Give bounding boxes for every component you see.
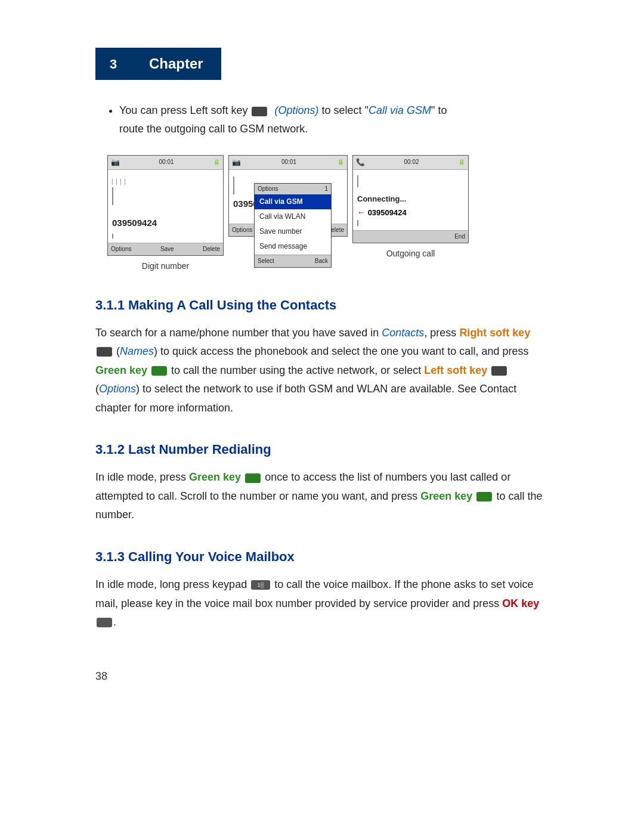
screen3-battery: 🔋	[458, 157, 465, 167]
intro-bullet-item: You can press Left soft key (Options) to…	[119, 101, 549, 138]
screen1-key-options: Options	[111, 244, 131, 254]
screen3-time: 00:02	[404, 157, 419, 167]
green-key-label-2: Green key	[189, 471, 241, 483]
screen1-key-delete: Delete	[203, 244, 220, 254]
screen1-status: 📷 00:01 🔋	[108, 156, 223, 170]
screen1: 📷 00:01 🔋 ▏▏▏▏ 039509424 Options Save De	[107, 155, 224, 256]
section-312-heading: 3.1.2 Last Number Redialing	[95, 439, 549, 460]
ok-key-icon	[97, 618, 112, 627]
para1-options-paren: (Options)	[95, 383, 143, 395]
screen1-wrapper: 📷 00:01 🔋 ▏▏▏▏ 039509424 Options Save De	[107, 155, 224, 273]
screen3-number: ← 039509424	[357, 206, 464, 219]
screen1-softkeys: Options Save Delete	[108, 243, 223, 255]
arrow-icon: ←	[357, 208, 366, 217]
screen2-wrapper: 📷 00:01 🔋 039509424 Options 1	[228, 155, 348, 254]
right-soft-key-label: Right soft key	[459, 327, 530, 339]
green-key-icon-3	[476, 492, 492, 501]
ok-key-label: OK key	[502, 597, 539, 609]
green-key-icon-2	[245, 473, 261, 483]
intro-section: You can press Left soft key (Options) to…	[107, 101, 549, 138]
para1-cont: to quick access the phonebook and select…	[160, 345, 528, 357]
phone-screens-row: 📷 00:01 🔋 ▏▏▏▏ 039509424 Options Save De	[107, 155, 549, 273]
section-311-para: To search for a name/phone number that y…	[95, 324, 549, 418]
right-soft-key-icon	[97, 347, 112, 357]
screen3-line2	[357, 220, 358, 226]
screen2: 📷 00:01 🔋 039509424 Options 1	[228, 155, 348, 237]
screen3-connecting: Connecting...	[357, 193, 464, 206]
screen2-content: 039509424 Options 1 Call via GSM Call vi…	[229, 170, 347, 224]
screen1-key-save: Save	[160, 244, 174, 254]
menu-item-send: Send message	[255, 239, 331, 254]
para1-names-paren: (Names)	[116, 345, 160, 357]
screen1-label: Digit number	[142, 259, 189, 272]
screen2-icon-camera: 📷	[232, 157, 241, 168]
page-number: 38	[95, 668, 549, 685]
para1-mid: , press	[424, 327, 459, 339]
contacts-link: Contacts	[382, 327, 424, 339]
312-start: In idle mode, press	[95, 471, 189, 483]
menu-title: Options	[258, 184, 278, 194]
intro-options-italic: (Options)	[272, 104, 319, 116]
intro-text-end: " to	[431, 104, 447, 116]
menu-item-call-gsm: Call via GSM	[255, 194, 331, 209]
left-soft-key-icon-2	[491, 366, 507, 376]
menu-soft-keys: Select Back	[255, 255, 331, 267]
screen3-wrapper: 📞 00:02 🔋 Connecting... ← 039509424	[352, 155, 469, 261]
screen1-signal-bars: ▏▏▏▏	[112, 178, 129, 186]
313-end: .	[113, 616, 116, 628]
screen2-line	[233, 176, 234, 194]
intro-text-mid: to select "	[322, 104, 369, 116]
screen2-battery: 🔋	[337, 157, 344, 167]
screen1-line2	[112, 234, 113, 239]
chapter-title: Chapter	[131, 48, 221, 80]
chapter-header: 3 Chapter	[95, 48, 549, 80]
intro-route-text: route the outgoing call to GSM network.	[119, 123, 308, 135]
screenshots-section: 📷 00:01 🔋 ▏▏▏▏ 039509424 Options Save De	[107, 155, 549, 273]
screen3-key-end: End	[454, 232, 465, 241]
green-key-label-1: Green key	[95, 364, 147, 376]
section-311-heading: 3.1.1 Making A Call Using the Contacts	[95, 295, 549, 315]
chapter-number: 3	[95, 48, 131, 80]
screen1-icon-camera: 📷	[111, 157, 120, 168]
screen3-softkeys: End	[353, 230, 468, 243]
green-key-icon-1	[151, 366, 167, 376]
section-313-para: In idle mode, long press keypad 1▒ to ca…	[95, 575, 549, 632]
screen1-line	[112, 187, 113, 205]
left-soft-key-icon	[252, 107, 267, 116]
screen3-label: Outgoing call	[386, 247, 435, 260]
section-313-heading: 3.1.3 Calling Your Voice Mailbox	[95, 546, 549, 567]
screen2-key-options: Options	[232, 225, 252, 235]
screen1-content: ▏▏▏▏ 039509424	[108, 170, 223, 243]
menu-item-save: Save number	[255, 224, 331, 239]
menu-header: Options 1	[255, 184, 331, 194]
screen3: 📞 00:02 🔋 Connecting... ← 039509424	[352, 155, 469, 244]
intro-text-start: You can press Left soft key	[119, 104, 247, 116]
screen3-line	[357, 175, 358, 187]
menu-key-back: Back	[315, 256, 328, 266]
left-soft-key-label-2: Left soft key	[424, 364, 487, 376]
screen1-time: 00:01	[159, 157, 174, 167]
para1-cont2: to call the number using the active netw…	[171, 364, 424, 376]
green-key-label-3: Green key	[420, 490, 472, 502]
screen3-content: Connecting... ← 039509424	[353, 170, 468, 231]
screen3-status: 📞 00:02 🔋	[353, 156, 468, 170]
screen2-status: 📷 00:01 🔋	[229, 156, 347, 170]
section-312-para: In idle mode, press Green key once to ac…	[95, 468, 549, 525]
313-start: In idle mode, long press keypad	[95, 578, 250, 590]
para1-start: To search for a name/phone number that y…	[95, 327, 382, 339]
screen3-icon-call: 📞	[356, 157, 365, 168]
screen1-battery: 🔋	[213, 157, 220, 167]
screen1-number: 039509424	[112, 216, 157, 230]
screen2-time: 00:01	[281, 157, 296, 167]
call-via-gsm-text: Call via GSM	[369, 104, 431, 116]
para1-cont3: to select the network to use if both GSM…	[95, 383, 516, 414]
menu-number: 1	[324, 184, 328, 194]
options-menu-popup: Options 1 Call via GSM Call via WLAN Sav…	[254, 183, 332, 268]
menu-key-select: Select	[258, 256, 274, 266]
keypad-icon: 1▒	[251, 580, 270, 590]
menu-item-call-wlan: Call via WLAN	[255, 209, 331, 224]
